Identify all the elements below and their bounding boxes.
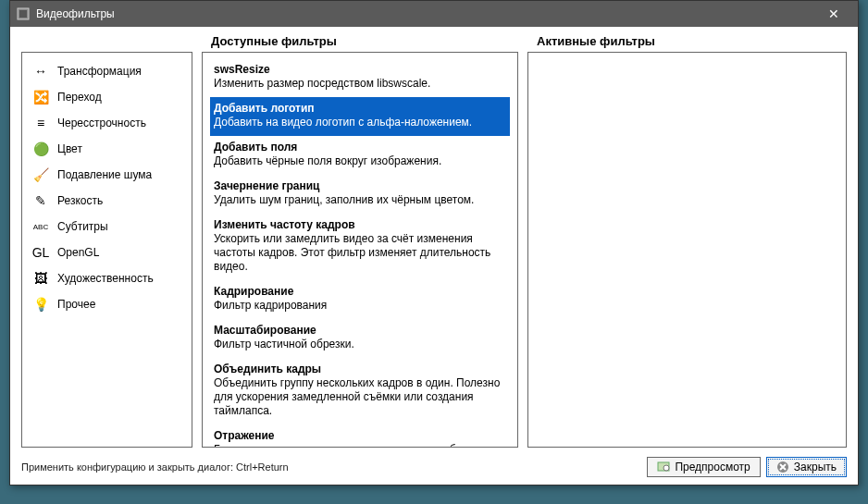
filter-description: Ускорить или замедлить видео за счёт изм… [214,232,506,274]
dialog-footer: Применить конфигурацию и закрыть диалог:… [21,448,847,477]
active-filters-list[interactable] [527,52,847,448]
category-item[interactable]: GLOpenGL [26,240,188,265]
category-label: Субтитры [57,220,108,233]
preview-button-label: Предпросмотр [675,461,750,473]
available-filters-header: Доступные фильтры [202,34,518,48]
category-item[interactable]: 🔀Переход [26,84,188,110]
client-area: Доступные фильтры Активные фильтры ↔Тран… [10,27,858,485]
filter-name: Зачернение границ [214,179,506,192]
filter-description: Удалить шум границ, заполнив их чёрным ц… [214,193,506,207]
close-icon[interactable]: ✕ [815,3,852,25]
category-item[interactable]: 💡Прочее [26,291,188,317]
filter-item[interactable]: Зачернение границУдалить шум границ, зап… [210,175,510,214]
filter-description: Горизонтально или вертикально отразить и… [214,443,506,447]
category-icon: ≡ [31,115,50,131]
filter-name: swsResize [214,63,506,76]
category-item[interactable]: ABCСубтитры [26,214,188,240]
category-item[interactable]: ↔Трансформация [26,58,188,84]
titlebar[interactable]: Видеофильтры ✕ [10,1,858,27]
svg-point-3 [663,465,669,471]
category-label: Цвет [57,142,82,155]
filter-item[interactable]: swsResizeИзменить размер посредством lib… [210,58,510,97]
preview-icon [657,461,670,473]
app-icon [16,6,31,21]
category-label: Трансформация [57,65,142,78]
filter-item[interactable]: МасштабированиеФильтр частичной обрезки. [210,319,510,358]
filter-name: Кадрирование [214,285,506,298]
category-item[interactable]: 🟢Цвет [26,136,188,162]
filter-item[interactable]: ОтражениеГоризонтально или вертикально о… [210,424,510,447]
column-headers: Доступные фильтры Активные фильтры [21,34,847,48]
window-title: Видеофильтры [36,7,815,20]
filter-description: Изменить размер посредством libswscale. [214,77,506,91]
category-label: Подавление шума [57,168,152,181]
category-icon: ABC [31,218,50,235]
category-icon: 🟢 [31,141,50,157]
preview-button[interactable]: Предпросмотр [647,457,760,477]
filter-item[interactable]: КадрированиеФильтр кадрирования [210,280,510,319]
category-item[interactable]: 🧹Подавление шума [26,162,188,188]
filter-description: Добавить чёрные поля вокруг изображения. [214,154,506,168]
filter-item[interactable]: Добавить логотипДобавить на видео логоти… [210,97,510,136]
category-list[interactable]: ↔Трансформация🔀Переход≡Чересстрочность🟢Ц… [21,52,192,448]
shortcut-hint: Применить конфигурацию и закрыть диалог:… [21,461,641,473]
category-item[interactable]: 🖼Художественность [26,265,188,291]
category-item[interactable]: ≡Чересстрочность [26,110,188,136]
category-icon: 🧹 [31,166,50,183]
category-label: Переход [57,91,102,104]
filter-name: Отражение [214,429,506,442]
filter-name: Добавить поля [214,141,506,154]
filter-name: Добавить логотип [214,102,506,115]
category-icon: 🖼 [31,270,50,287]
filter-description: Объединить группу нескольких кадров в од… [214,376,506,418]
category-label: OpenGL [57,246,99,259]
category-item[interactable]: ✎Резкость [26,188,188,214]
filter-name: Изменить частоту кадров [214,218,506,231]
category-label: Чересстрочность [57,117,146,129]
category-icon: 🔀 [31,89,50,105]
filter-description: Добавить на видео логотип с альфа-наложе… [214,116,506,129]
available-filters-list[interactable]: swsResizeИзменить размер посредством lib… [202,52,518,448]
category-label: Резкость [57,194,103,207]
filter-description: Фильтр частичной обрезки. [214,338,506,351]
filter-item[interactable]: Добавить поляДобавить чёрные поля вокруг… [210,136,510,175]
filter-item[interactable]: Изменить частоту кадровУскорить или заме… [210,214,510,280]
category-icon: ✎ [31,192,50,209]
category-label: Прочее [57,298,95,311]
active-filters-header: Активные фильтры [527,34,847,48]
filter-name: Масштабирование [214,324,506,337]
filter-item[interactable]: Объединить кадрыОбъединить группу нескол… [210,358,510,424]
category-icon: 💡 [31,296,50,313]
close-button-icon [776,461,789,473]
filter-description: Фильтр кадрирования [214,299,506,313]
category-icon: GL [31,244,50,261]
category-label: Художественность [57,272,154,285]
close-button[interactable]: Закрыть [766,457,847,477]
filter-name: Объединить кадры [214,363,506,375]
svg-rect-1 [19,10,27,18]
video-filters-dialog: Видеофильтры ✕ Доступные фильтры Активны… [9,0,859,486]
close-button-label: Закрыть [794,461,837,473]
category-icon: ↔ [31,63,50,80]
